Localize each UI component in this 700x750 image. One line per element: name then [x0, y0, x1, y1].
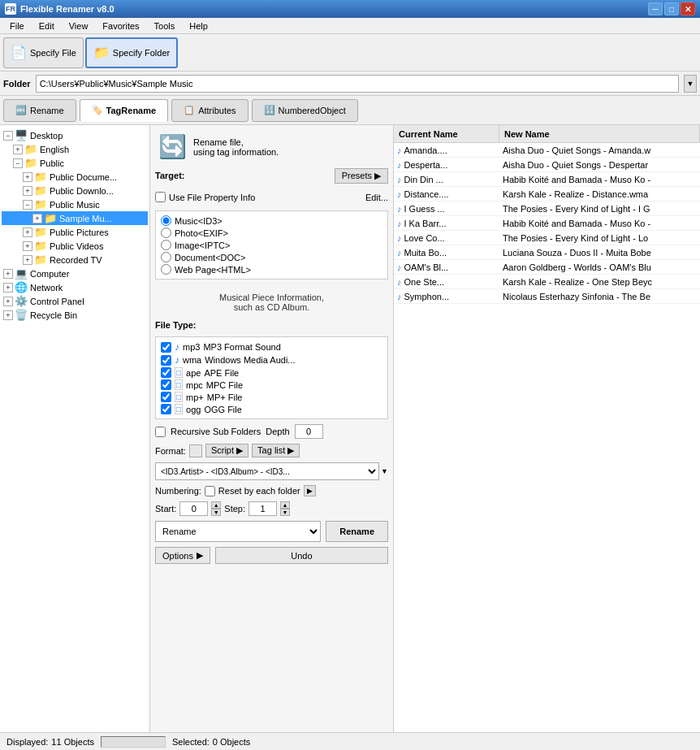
tree-item[interactable]: +🗑️Recycle Bin [2, 308, 148, 322]
reset-folder-checkbox[interactable] [205, 486, 215, 496]
menu-help[interactable]: Help [183, 20, 214, 33]
filetype-mp+-checkbox[interactable] [161, 392, 171, 402]
file-row[interactable]: ♪ Love Co... The Posies - Every Kind of … [394, 231, 700, 245]
numbering-arrow-button[interactable]: ▶ [304, 485, 316, 496]
ft-wma-icon: ♪ [175, 354, 179, 366]
tree-expand-icon[interactable]: + [3, 283, 13, 293]
tree-item[interactable]: +📁English [2, 142, 148, 156]
radio-image-input[interactable] [161, 240, 171, 250]
menu-tools[interactable]: Tools [148, 20, 182, 33]
start-input[interactable] [179, 501, 208, 516]
col-current-header[interactable]: Current Name [394, 125, 499, 142]
recursive-checkbox[interactable] [155, 427, 166, 437]
tree-item[interactable]: +🌐Network [2, 280, 148, 294]
tree-expand-icon[interactable]: + [32, 214, 42, 223]
depth-label: Depth [266, 427, 289, 436]
menu-view[interactable]: View [63, 20, 95, 33]
close-button[interactable]: ✕ [681, 2, 695, 15]
file-new-name: Karsh Kale - Realize - Distance.wma [503, 189, 648, 199]
script-button[interactable]: Script ▶ [205, 444, 248, 457]
file-row[interactable]: ♪ One Ste... Karsh Kale - Realize - One … [394, 275, 700, 289]
tree-item[interactable]: +📁Recorded TV [2, 253, 148, 267]
file-row[interactable]: ♪ Muita Bo... Luciana Souza - Duos II - … [394, 245, 700, 260]
tree-expand-icon[interactable]: + [3, 297, 13, 306]
tab-attributes[interactable]: 📋 Attributes [171, 99, 248, 122]
tree-item[interactable]: +⚙️Control Panel [2, 294, 148, 308]
step-input[interactable] [248, 501, 277, 516]
step-spinner[interactable]: ▲ ▼ [280, 501, 290, 516]
tree-item[interactable]: +💻Computer [2, 267, 148, 280]
filetype-mp3-checkbox[interactable] [161, 342, 171, 353]
specify-folder-button[interactable]: 📁 Specify Folder [85, 37, 178, 68]
folder-path-dropdown[interactable]: ▼ [684, 75, 697, 93]
maximize-button[interactable]: □ [664, 2, 679, 15]
window-controls: ─ □ ✕ [648, 2, 695, 15]
undo-button[interactable]: Undo [215, 547, 388, 564]
minimize-button[interactable]: ─ [648, 2, 663, 15]
action-select[interactable]: Rename [155, 521, 321, 542]
tree-expand-icon[interactable]: + [13, 145, 23, 154]
filetype-wma-checkbox[interactable] [161, 355, 171, 366]
step-spin-down[interactable]: ▼ [280, 509, 290, 516]
tree-expand-icon[interactable]: − [3, 131, 13, 141]
presets-button[interactable]: Presets ▶ [335, 168, 388, 184]
tree-expand-icon[interactable]: + [3, 269, 13, 279]
tree-expand-icon[interactable]: + [23, 228, 32, 237]
file-row[interactable]: ♪ I Guess ... The Posies - Every Kind of… [394, 202, 700, 216]
tree-item[interactable]: −📁Public [2, 156, 148, 170]
tree-item[interactable]: −🖥️Desktop [2, 128, 148, 142]
menu-file[interactable]: File [3, 20, 31, 33]
tree-expand-icon[interactable]: − [23, 200, 32, 210]
format-dropdown[interactable]: <ID3.Artist> - <ID3.Album> - <ID3... [155, 462, 379, 480]
tag-list-button[interactable]: Tag list ▶ [252, 444, 300, 457]
radio-document-input[interactable] [161, 252, 171, 262]
status-scrollbar[interactable] [101, 736, 166, 748]
start-spin-down[interactable]: ▼ [211, 509, 221, 516]
radio-photo-input[interactable] [161, 228, 171, 238]
tab-tagrename[interactable]: 🏷️ TagRename [80, 99, 169, 122]
middle-panel: 🔄 Rename file, using tag information. Ta… [150, 125, 394, 732]
tree-item[interactable]: +📁Public Pictures [2, 225, 148, 239]
file-row[interactable]: ♪ I Ka Barr... Habib Koité and Bamada - … [394, 216, 700, 231]
col-new-header[interactable]: New Name [499, 125, 700, 142]
use-file-prop-checkbox[interactable] [155, 192, 166, 202]
start-spinner[interactable]: ▲ ▼ [211, 501, 221, 516]
tree-item[interactable]: −📁Public Music [2, 197, 148, 211]
file-row[interactable]: ♪ Distance.... Karsh Kale - Realize - Di… [394, 187, 700, 202]
tree-item[interactable]: +📁Public Docume... [2, 170, 148, 184]
tree-expand-icon[interactable]: + [3, 310, 13, 320]
step-spin-up[interactable]: ▲ [280, 501, 290, 509]
tree-item[interactable]: +📁Public Downlo... [2, 184, 148, 197]
file-row[interactable]: ♪ OAM's Bl... Aaron Goldberg - Worlds - … [394, 260, 700, 275]
file-row[interactable]: ♪ Din Din ... Habib Koité and Bamada - M… [394, 172, 700, 187]
filetype-ape-checkbox[interactable] [161, 367, 171, 378]
folder-path-input[interactable] [36, 75, 679, 93]
rename-button[interactable]: Rename [326, 521, 388, 542]
tree-expand-icon[interactable]: + [23, 172, 32, 182]
format-checkbox-icon[interactable] [189, 444, 202, 457]
file-row[interactable]: ♪ Desperta... Aisha Duo - Quiet Songs - … [394, 158, 700, 172]
tree-expand-icon[interactable]: + [23, 186, 32, 196]
tree-expand-icon[interactable]: + [23, 255, 32, 265]
tree-expand-icon[interactable]: − [13, 158, 23, 168]
menu-favorites[interactable]: Favorites [96, 20, 145, 33]
tree-item[interactable]: +📁Sample Mu... [2, 211, 148, 225]
radio-music-input[interactable] [161, 215, 171, 226]
tab-rename[interactable]: 🔤 Rename [3, 99, 76, 122]
format-dropdown-arrow[interactable]: ▼ [381, 467, 388, 475]
tree-expand-icon[interactable]: + [23, 241, 32, 251]
options-button[interactable]: Options ▶ [155, 547, 210, 564]
file-row[interactable]: ♪ Symphon... Nicolaus Esterhazy Sinfonia… [394, 289, 700, 304]
depth-input[interactable] [295, 424, 323, 439]
filetype-ogg-checkbox[interactable] [161, 404, 171, 414]
specify-file-button[interactable]: 📄 Specify File [3, 37, 84, 68]
start-spin-up[interactable]: ▲ [211, 501, 221, 509]
file-music-icon: ♪ [397, 204, 402, 214]
tab-numberedobject[interactable]: 🔢 NumberedObject [252, 99, 358, 122]
tree-item[interactable]: +📁Public Videos [2, 239, 148, 253]
edit-button-label[interactable]: Edit... [365, 193, 388, 202]
file-row[interactable]: ♪ Amanda.... Aisha Duo - Quiet Songs - A… [394, 143, 700, 158]
radio-webpage-input[interactable] [161, 264, 171, 275]
menu-edit[interactable]: Edit [32, 20, 61, 33]
filetype-mpc-checkbox[interactable] [161, 379, 171, 390]
